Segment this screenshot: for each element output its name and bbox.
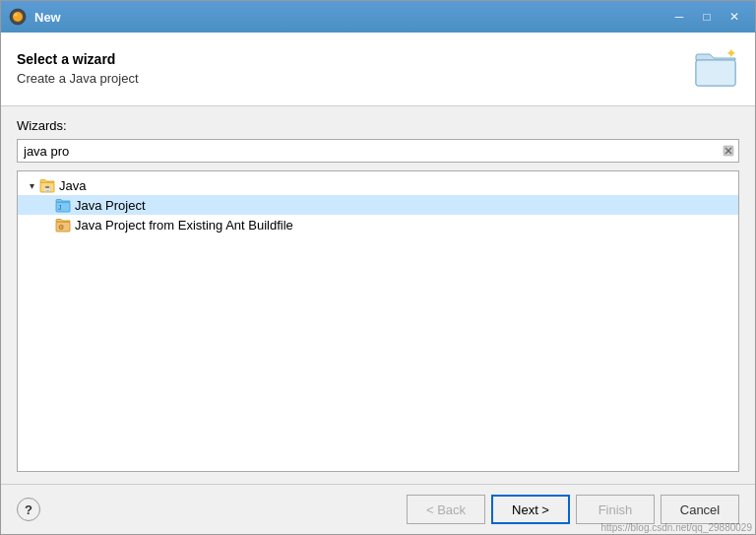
help-button[interactable]: ? [17,498,40,521]
svg-point-2 [14,14,18,17]
wizards-label: Wizards: [17,118,739,133]
header-text: Select a wizard Create a Java project [17,51,139,86]
search-clear-button[interactable] [720,142,737,160]
next-button[interactable]: Next > [491,495,570,524]
svg-point-1 [13,12,23,22]
java-project-ant-icon: ⚙ [55,217,71,233]
header-section: Select a wizard Create a Java project ✦ [1,33,755,106]
footer-section: ? < Back Next > Finish Cancel [1,484,755,534]
maximize-button[interactable]: □ [694,7,720,27]
window: New ─ □ ✕ Select a wizard Create a Java … [0,0,756,535]
window-title: New [34,10,666,25]
svg-text:✦: ✦ [725,45,737,61]
search-input[interactable] [17,139,739,163]
expand-icon-java: ▾ [26,179,37,191]
close-button[interactable]: ✕ [722,7,747,27]
wizard-subtitle: Create a Java project [17,71,139,86]
svg-text:J: J [58,204,62,211]
java-project-label: Java Project [75,198,146,213]
footer-buttons: < Back Next > Finish Cancel [407,495,739,524]
java-group-label: Java [59,178,86,193]
clear-icon [723,145,734,157]
svg-text:☕: ☕ [43,183,52,192]
java-folder-icon: ☕ [39,177,55,193]
tree-item-java-project-ant[interactable]: ▸ ⚙ Java Project from Existing Ant Build… [18,215,738,234]
title-bar-buttons: ─ □ ✕ [666,7,747,27]
cancel-button[interactable]: Cancel [661,495,739,524]
tree-group-java[interactable]: ▾ ☕ Java [18,175,738,195]
svg-rect-4 [696,60,735,86]
tree-container[interactable]: ▾ ☕ Java ▸ [17,170,739,472]
java-project-icon: J [55,197,71,213]
title-bar: New ─ □ ✕ [1,1,755,33]
java-project-ant-label: Java Project from Existing Ant Buildfile [75,218,293,233]
main-section: Wizards: ▾ [1,106,755,484]
window-icon [9,8,27,26]
svg-text:⚙: ⚙ [58,224,64,231]
search-row [17,139,739,163]
back-button[interactable]: < Back [407,495,485,524]
content-area: Select a wizard Create a Java project ✦ [1,33,755,534]
minimize-button[interactable]: ─ [666,7,692,27]
wizard-icon: ✦ [692,44,739,92]
tree-item-java-project[interactable]: ▸ J Java Project [18,195,738,215]
wizard-title: Select a wizard [17,51,139,67]
finish-button[interactable]: Finish [576,495,655,524]
